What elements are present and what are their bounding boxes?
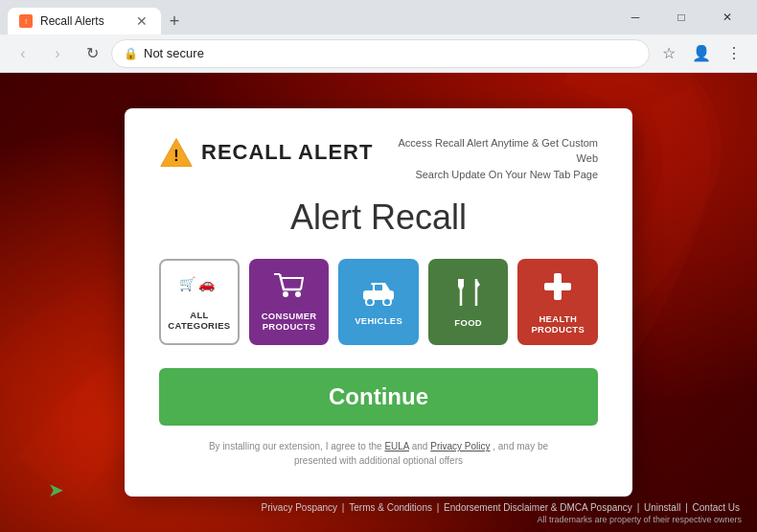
url-text: Not secure (144, 46, 204, 60)
svg-point-7 (283, 291, 288, 297)
category-food[interactable]: FOOD (428, 259, 509, 345)
consumer-products-label: CONSUMERPRODUCTS (262, 311, 317, 333)
svg-text:🛒: 🛒 (179, 276, 196, 292)
food-label: FOOD (454, 317, 482, 328)
health-products-label: HEALTHPRODUCTS (531, 313, 585, 335)
active-tab[interactable]: ! Recall Alerts ✕ (8, 8, 161, 35)
close-button[interactable]: ✕ (705, 0, 749, 35)
all-categories-label: ALLCATEGORIES (168, 310, 230, 332)
consumer-products-icon (272, 272, 307, 305)
toolbar-icons: ☆ 👤 ⋮ (654, 38, 749, 69)
footer-endorsement-link[interactable]: Endorsement Disclaimer & DMCA Pospancy (444, 502, 632, 513)
modal-card: ! RECALL ALERT Access Recall Alert Anyti… (125, 108, 632, 497)
back-button[interactable]: ‹ (8, 38, 38, 69)
category-vehicles[interactable]: VEHICLES (338, 259, 419, 345)
vehicles-label: VEHICLES (355, 315, 402, 326)
minimize-button[interactable]: ─ (613, 0, 657, 35)
fine-print-text: By installing our extension, I agree to … (209, 441, 384, 451)
bookmark-button[interactable]: ☆ (654, 38, 684, 69)
footer-uninstall-link[interactable]: Uninstall (644, 502, 680, 513)
restore-button[interactable]: □ (659, 0, 703, 35)
continue-button[interactable]: Continue (159, 368, 598, 426)
modal-header: ! RECALL ALERT Access Recall Alert Anyti… (159, 135, 598, 183)
logo-area: ! RECALL ALERT (159, 135, 373, 170)
bottom-arrow-icon: ➤ (48, 478, 64, 501)
tab-favicon: ! (19, 14, 33, 28)
forward-button[interactable]: › (42, 38, 73, 69)
food-icon (455, 277, 482, 312)
footer-trademark: All trademarks are property of their res… (15, 515, 742, 524)
refresh-button[interactable]: ↻ (77, 38, 107, 69)
health-products-icon (540, 269, 575, 308)
footer-privacy-link[interactable]: Privacy Pospancy (262, 502, 337, 513)
eula-link[interactable]: EULA (384, 441, 409, 451)
window-controls: ─ □ ✕ (613, 0, 749, 35)
svg-text:!: ! (173, 147, 178, 164)
svg-rect-19 (544, 283, 571, 290)
category-health-products[interactable]: HEALTHPRODUCTS (517, 259, 598, 345)
page-footer: Privacy Pospancy | Terms & Conditions | … (0, 495, 757, 532)
svg-point-11 (383, 298, 391, 306)
tab-title: Recall Alerts (40, 14, 104, 28)
tab-area: ! Recall Alerts ✕ + (8, 0, 609, 35)
svg-text:🚗: 🚗 (198, 276, 216, 292)
hero-title: Alert Recall (159, 197, 598, 238)
fine-print-and: and (412, 441, 430, 451)
svg-point-8 (295, 291, 301, 297)
menu-button[interactable]: ⋮ (719, 38, 749, 69)
profile-button[interactable]: 👤 (686, 38, 717, 69)
svg-rect-12 (375, 285, 382, 290)
tab-close-button[interactable]: ✕ (134, 13, 149, 29)
fine-print: By installing our extension, I agree to … (159, 439, 598, 468)
logo-triangle-icon: ! (159, 135, 194, 170)
vehicles-icon (359, 279, 398, 310)
header-tagline: Access Recall Alert Anytime & Get Custom… (387, 135, 598, 183)
title-bar: ! Recall Alerts ✕ + ─ □ ✕ (0, 0, 757, 35)
security-icon: 🔒 (124, 47, 138, 60)
new-tab-button[interactable]: + (161, 8, 188, 35)
category-consumer-products[interactable]: CONSUMERPRODUCTS (249, 259, 330, 345)
footer-contact-link[interactable]: Contact Us (693, 502, 740, 513)
footer-links: Privacy Pospancy | Terms & Conditions | … (15, 502, 742, 513)
svg-rect-13 (365, 285, 373, 290)
footer-terms-link[interactable]: Terms & Conditions (349, 502, 432, 513)
browser-toolbar: ‹ › ↻ 🔒 Not secure ☆ 👤 ⋮ (0, 35, 757, 73)
address-bar[interactable]: 🔒 Not secure (111, 39, 650, 68)
svg-point-10 (366, 298, 374, 306)
privacy-policy-link[interactable]: Privacy Policy (430, 441, 490, 451)
all-categories-icon: 🛒 🚗 (179, 273, 219, 304)
logo-text: RECALL ALERT (201, 140, 373, 165)
category-all[interactable]: 🛒 🚗 ALLCATEGORIES (159, 259, 240, 345)
categories-row: 🛒 🚗 ALLCATEGORIES (159, 259, 598, 345)
content-area: ! RECALL ALERT Access Recall Alert Anyti… (0, 73, 757, 532)
browser-chrome: ! Recall Alerts ✕ + ─ □ ✕ ‹ › ↻ 🔒 Not se… (0, 0, 757, 73)
